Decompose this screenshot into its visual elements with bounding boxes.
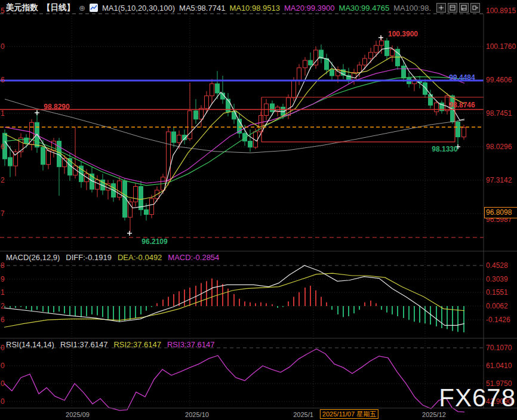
macd-value: MACD:-0.2854 [168,253,219,262]
rsi-params: RSI(14,14,14) [6,340,54,349]
pane-expand-icon[interactable] [470,3,480,13]
candle-body [96,180,100,190]
ma100-value: MA100:98. [393,4,431,13]
ma30-value: MA30:99.4765 [339,4,390,13]
candle-body [462,128,466,137]
candle-body [423,83,427,95]
crosshair-move-icon[interactable] [436,3,446,13]
candle-body [210,84,214,95]
overlay-window-icon[interactable] [448,3,457,13]
candle-body [330,70,334,76]
candle-body [172,132,176,143]
candle-body [177,135,181,143]
chart-header: 美元指数 【日线】 ⊕ MA1(5,10,20,30,100) MA5:98.7… [6,2,431,13]
macd-params: MACD(26,12,9) [6,253,60,262]
chart-app: 100.8915100.176099.460698.745198.029697.… [0,0,517,420]
candle-body [309,60,313,65]
candle-body [363,58,367,65]
macd-dea-value: DEA:-0.0492 [118,253,162,262]
candle-body [194,111,198,119]
ma20-value: MA20:99.3900 [284,4,335,13]
candle-body [47,150,51,164]
candle-body [199,109,204,119]
rsi3-value: RSI3:37.6147 [167,340,215,349]
candle-body [216,84,220,93]
indicator-window-icon[interactable] [459,3,469,13]
candle-body [205,96,209,109]
candle-body [292,81,296,98]
rsi1-value: RSI1:37.6147 [60,340,108,349]
candle-body [297,68,301,81]
macd-diff-value: DIFF:-0.1919 [66,253,112,262]
rsi2-value: RSI2:37.6147 [113,340,161,349]
ma-set-label: MA1(5,10,20,30,100) [102,4,175,13]
interval-label: 【日线】 [42,2,75,13]
candle-body [8,158,13,166]
ma10-value: MA10:98.9513 [229,4,280,13]
candle-body [325,58,329,70]
candle-body [435,103,439,112]
price-chart-canvas[interactable] [0,0,517,420]
macd-header: MACD(26,12,9) DIFF:-0.1919 DEA:-0.0492 M… [6,253,219,262]
candle-body [270,104,275,112]
candle-body [369,52,373,58]
candle-body [402,66,406,78]
price-tag-box: 96.8098 [484,207,517,218]
candle-body [248,141,253,147]
ma5-value: MA5:98.7741 [179,4,225,13]
kline-style-icon[interactable] [90,4,98,12]
candle-body [144,210,149,215]
candle-body [150,199,154,215]
ma5-line [5,48,464,208]
candle-body [134,186,138,202]
symbol-title: 美元指数 [6,2,38,13]
candle-body [85,174,89,181]
chart-toolbar [436,3,480,13]
candle-body [380,41,384,45]
candle-body [303,60,307,68]
candle-body [456,122,460,137]
candle-body [374,45,378,52]
rsi-header: RSI(14,14,14) RSI1:37.6147 RSI2:37.6147 … [6,340,214,349]
candle-body [445,96,450,111]
rsi-line [4,349,464,412]
candle-body [3,133,7,159]
candle-body [41,147,45,165]
circle-plus-icon[interactable]: ⊕ [79,4,85,13]
candle-body [358,65,362,73]
watermark: FX678 [439,384,516,412]
